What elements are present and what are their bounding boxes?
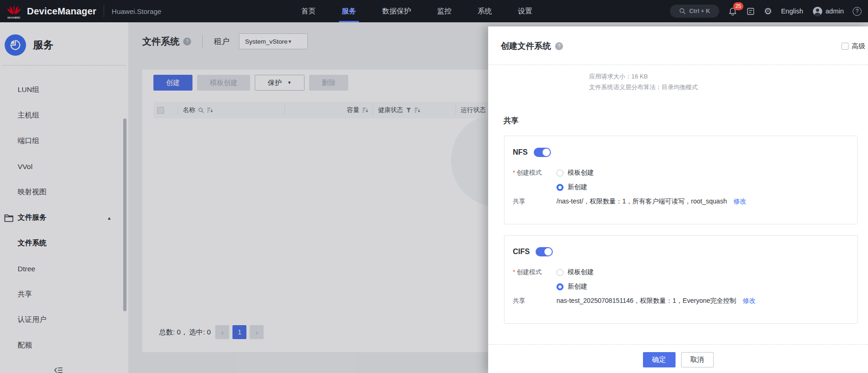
creation-mode-text: 创建模式 (517, 169, 542, 176)
navbar-right: Ctrl + K 25 ⚙ English admin ? (670, 0, 861, 22)
semantic-layer-algorithm: 文件系统语义层分布算法：目录均衡模式 (589, 82, 868, 92)
nfs-header-row: NFS (513, 148, 857, 157)
messages-icon[interactable] (746, 7, 755, 16)
nfs-card: NFS *创建模式 模板创建 新创建 共享 /nas-test/，权限数量：1，… (504, 136, 858, 224)
cifs-header-row: CIFS (513, 247, 857, 256)
creation-mode-row: *创建模式 模板创建 (513, 268, 857, 276)
share-row: 共享 nas-test_20250708151146，权限数量：1，Everyo… (513, 297, 857, 305)
creation-mode-row: *创建模式 模板创建 (513, 169, 857, 177)
nav-item-home[interactable]: 首页 (301, 0, 316, 22)
nfs-form: *创建模式 模板创建 新创建 共享 /nas-test/，权限数量：1，所有客户… (513, 169, 857, 206)
search-shortcut-label: Ctrl + K (689, 8, 710, 14)
nav-item-system[interactable]: 系统 (477, 0, 492, 22)
brand-divider (104, 5, 104, 17)
share-label: 共享 (513, 297, 557, 305)
creation-mode-label: *创建模式 (513, 169, 557, 177)
help-icon[interactable]: ? (853, 7, 861, 16)
cifs-label: CIFS (513, 248, 530, 256)
notifications-button[interactable]: 25 (728, 7, 737, 16)
cifs-modify-link[interactable]: 修改 (742, 297, 755, 305)
creation-mode-row-2: 新创建 (513, 282, 857, 291)
huawei-wordmark: HUAWEI (7, 16, 20, 19)
global-search[interactable]: Ctrl + K (670, 5, 719, 18)
nfs-share-summary: /nas-test/，权限数量：1，所有客户端可读写，root_squash (557, 197, 727, 206)
toggle-knob (543, 149, 550, 156)
share-section-title: 共享 (504, 116, 868, 126)
summary-info: 应用请求大小：16 KB 文件系统语义层分布算法：目录均衡模式 (589, 71, 868, 92)
nav-item-services[interactable]: 服务 (342, 0, 356, 22)
required-asterisk: * (513, 268, 515, 275)
username-label: admin (826, 7, 844, 15)
ok-button[interactable]: 确定 (643, 352, 676, 367)
advanced-label: 高级 (852, 42, 865, 51)
application-request-size: 应用请求大小：16 KB (589, 71, 868, 82)
toggle-knob (544, 248, 552, 255)
main-nav: 首页 服务 数据保护 监控 系统 设置 (301, 0, 532, 22)
share-label: 共享 (513, 197, 557, 206)
language-switcher[interactable]: English (781, 7, 803, 15)
huawei-logo-icon: HUAWEI (6, 2, 22, 20)
cifs-toggle[interactable] (536, 247, 553, 256)
required-asterisk: * (513, 169, 515, 176)
protocol-cards: NFS *创建模式 模板创建 新创建 共享 /nas-test/，权限数量：1，… (504, 136, 858, 324)
device-name: Huawei.Storage (112, 7, 161, 15)
gear-icon[interactable]: ⚙ (764, 7, 772, 16)
creation-mode-row-2: 新创建 (513, 183, 857, 191)
cancel-button[interactable]: 取消 (681, 352, 714, 367)
new-create-option[interactable]: 新创建 (568, 282, 587, 291)
creation-mode-label: *创建模式 (513, 268, 557, 276)
template-create-option[interactable]: 模板创建 (568, 268, 594, 276)
app-title: DeviceManager (27, 6, 96, 17)
drawer-title: 创建文件系统 (501, 40, 551, 52)
nav-item-settings[interactable]: 设置 (518, 0, 532, 22)
creation-mode-text: 创建模式 (517, 268, 542, 275)
nav-item-monitoring[interactable]: 监控 (437, 0, 451, 22)
drawer-divider (488, 65, 868, 65)
nfs-label: NFS (513, 148, 528, 157)
advanced-checkbox[interactable] (841, 43, 848, 50)
advanced-toggle[interactable]: 高级 (841, 42, 865, 51)
brand-area: HUAWEI DeviceManager Huawei.Storage (0, 2, 161, 20)
notification-badge: 25 (733, 2, 743, 10)
drawer-footer: 确定 取消 (488, 344, 868, 373)
nav-item-data-protection[interactable]: 数据保护 (382, 0, 411, 22)
create-file-system-drawer: 创建文件系统 ? 高级 应用请求大小：16 KB 文件系统语义层分布算法：目录均… (488, 26, 868, 373)
template-create-option[interactable]: 模板创建 (568, 169, 594, 177)
nfs-modify-link[interactable]: 修改 (733, 197, 746, 206)
drawer-header: 创建文件系统 ? 高级 (488, 26, 868, 52)
cifs-share-summary: nas-test_20250708151146，权限数量：1，Everyone完… (557, 297, 736, 305)
new-create-radio[interactable] (557, 283, 563, 290)
search-icon (679, 8, 686, 14)
drawer-help-icon[interactable]: ? (555, 42, 563, 50)
avatar-icon (812, 6, 823, 17)
template-create-radio[interactable] (557, 269, 563, 276)
share-row: 共享 /nas-test/，权限数量：1，所有客户端可读写，root_squas… (513, 197, 857, 206)
cifs-card: CIFS *创建模式 模板创建 新创建 共享 nas-test_20250708… (504, 235, 858, 324)
new-create-option[interactable]: 新创建 (568, 183, 587, 191)
user-menu[interactable]: admin (812, 6, 844, 17)
top-navbar: HUAWEI DeviceManager Huawei.Storage 首页 服… (0, 0, 868, 22)
template-create-radio[interactable] (557, 170, 563, 177)
new-create-radio[interactable] (557, 184, 563, 191)
cifs-form: *创建模式 模板创建 新创建 共享 nas-test_2025070815114… (513, 268, 857, 305)
nfs-toggle[interactable] (534, 148, 551, 157)
